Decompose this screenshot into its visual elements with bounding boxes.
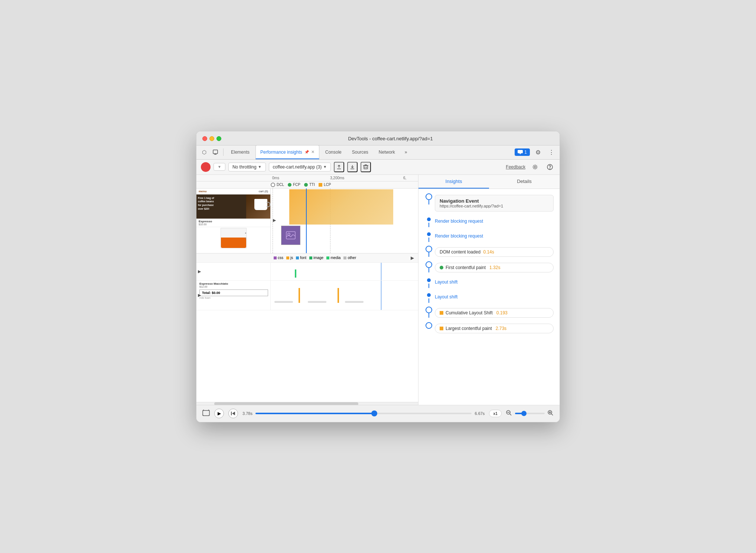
- rb1-content: Render blocking request: [433, 216, 554, 227]
- throttle-dropdown[interactable]: No throttling ▼: [228, 163, 266, 171]
- lcp-orange-sq: [440, 327, 443, 330]
- legend-other: other: [343, 256, 356, 260]
- legend-font: font: [296, 256, 306, 260]
- cls-badge: Cumulative Layout Shift 0.193: [435, 308, 554, 318]
- expand-icon[interactable]: ▶: [409, 255, 415, 261]
- more-menu-button[interactable]: ⋮: [546, 147, 557, 157]
- svg-rect-16: [231, 412, 232, 415]
- svg-line-18: [510, 413, 512, 415]
- zoom-out-button[interactable]: [506, 410, 512, 417]
- layout-shift-1-entry: Layout shift: [424, 277, 554, 290]
- h-scrollbar[interactable]: [196, 402, 418, 405]
- notifications-badge[interactable]: 1: [515, 148, 530, 156]
- grey-bar-2: [308, 301, 326, 303]
- help-button[interactable]: [545, 162, 555, 172]
- layout-shift-1-link[interactable]: Layout shift: [435, 279, 457, 285]
- toolbar-settings-button[interactable]: [530, 162, 540, 172]
- screenshot-button[interactable]: [202, 409, 210, 418]
- fcp-node-col: [424, 261, 433, 272]
- fcp-entry: First contentful paint 1.32s: [424, 261, 554, 275]
- h-scrollbar-thumb[interactable]: [214, 402, 358, 405]
- skip-start-button[interactable]: [228, 409, 238, 418]
- zoom-slider[interactable]: [515, 413, 545, 414]
- dcl-marker[interactable]: DCL: [271, 183, 284, 187]
- layout-shift-2-link[interactable]: Layout shift: [435, 294, 457, 300]
- cls-content: Cumulative Layout Shift 0.193: [433, 307, 554, 321]
- toolbar-right: Feedback: [506, 162, 555, 172]
- tab-console[interactable]: Console: [321, 145, 346, 159]
- ls2-node-col: [424, 292, 433, 303]
- lcp-thumbnail: [281, 226, 300, 245]
- tab-sources[interactable]: Sources: [348, 145, 373, 159]
- render-block-1-entry: Render blocking request: [424, 216, 554, 229]
- dcl-line: [428, 252, 429, 257]
- coffee-cup-white: [254, 199, 267, 210]
- lcp-entry: Largest contentful paint 2.73s: [424, 322, 554, 336]
- network-rows: ▶ ▶ Espresso Macchiato $12.00: [196, 263, 418, 402]
- timeline-left-arrow-top[interactable]: ▶: [273, 217, 279, 223]
- delete-button[interactable]: [361, 162, 371, 172]
- maximize-button[interactable]: [216, 136, 221, 141]
- scrubber-thumb[interactable]: [371, 410, 377, 416]
- tab-network[interactable]: Network: [374, 145, 400, 159]
- net-bar-1: [295, 269, 296, 278]
- svg-rect-1: [214, 154, 216, 155]
- cls-circle: [426, 307, 432, 313]
- close-button[interactable]: [202, 136, 207, 141]
- site-dropdown[interactable]: coffee-cart.netlify.app (3) ▼: [269, 163, 331, 171]
- tab-close-icon[interactable]: ✕: [311, 150, 315, 154]
- speed-button[interactable]: x1: [489, 410, 502, 417]
- upload-button[interactable]: [334, 162, 344, 172]
- tti-marker[interactable]: TTI: [304, 183, 315, 187]
- devtools-window: DevTools - coffee-cart.netlify.app/?ad=1…: [196, 131, 560, 422]
- ls2-content: Layout shift: [433, 292, 554, 303]
- cursor-icon[interactable]: ⬡: [199, 147, 209, 157]
- cls-line: [428, 313, 429, 318]
- zoom-in-button[interactable]: [548, 410, 554, 417]
- cls-orange-sq: [440, 311, 443, 315]
- render-block-2-link[interactable]: Render blocking request: [435, 233, 483, 239]
- title-bar: DevTools - coffee-cart.netlify.app/?ad=1: [196, 131, 560, 145]
- rb1-dot: [427, 217, 431, 221]
- tab-elements[interactable]: Elements: [227, 145, 254, 159]
- lcp-circle: [426, 322, 432, 329]
- tabs-overflow-button[interactable]: »: [403, 148, 410, 156]
- render-block-1-link[interactable]: Render blocking request: [435, 219, 483, 224]
- fcp-badge: First contentful paint 1.32s: [435, 263, 554, 272]
- ls1-dot: [427, 278, 431, 282]
- tabs-right-actions: 1 ⚙ ⋮: [515, 147, 557, 157]
- ls2-dot: [427, 293, 431, 297]
- feedback-link[interactable]: Feedback: [506, 164, 525, 170]
- legend-image: image: [309, 256, 323, 260]
- download-button[interactable]: [347, 162, 358, 172]
- tab-insights[interactable]: Insights: [418, 175, 489, 189]
- time-end-label: 6.67s: [475, 411, 485, 416]
- tab-details[interactable]: Details: [489, 175, 560, 189]
- time-start-label: 3.78s: [242, 411, 252, 416]
- bottom-bar: ▶ 3.78s 6.67s x1: [196, 405, 560, 422]
- tab-performance-insights[interactable]: Performance insights 📌 ✕: [255, 145, 319, 159]
- device-icon[interactable]: [211, 147, 220, 157]
- svg-rect-11: [203, 410, 209, 416]
- timestamp-3200ms: 3,200ms: [308, 176, 403, 180]
- svg-point-8: [550, 168, 550, 169]
- record-dropdown[interactable]: ▼: [214, 163, 225, 171]
- zoom-thumb[interactable]: [521, 411, 527, 416]
- row-arrow-1[interactable]: ▶: [198, 269, 201, 274]
- insights-tabs: Insights Details: [418, 175, 560, 189]
- record-button[interactable]: [201, 162, 211, 172]
- cls-node-col: [424, 307, 433, 318]
- scrubber-track[interactable]: [255, 413, 472, 414]
- grey-bar-1: [274, 301, 293, 303]
- lcp-marker[interactable]: LCP: [319, 183, 331, 187]
- cursor-line: [306, 189, 307, 253]
- ls2-line: [428, 298, 429, 303]
- settings-button[interactable]: ⚙: [533, 147, 543, 157]
- minimize-button[interactable]: [209, 136, 214, 141]
- play-button[interactable]: ▶: [214, 409, 224, 418]
- row-arrow-2[interactable]: ▶: [198, 293, 201, 298]
- toolbar: ▼ No throttling ▼ coffee-cart.netlify.ap…: [196, 160, 560, 175]
- tab-separator: [223, 148, 224, 156]
- fcp-marker[interactable]: FCP: [288, 183, 300, 187]
- svg-rect-2: [518, 150, 523, 153]
